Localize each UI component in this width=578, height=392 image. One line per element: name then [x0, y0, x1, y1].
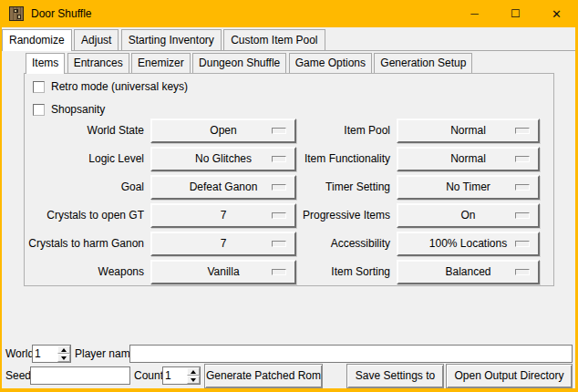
tab-randomize[interactable]: Randomize: [2, 29, 72, 51]
window-border-bottom: [0, 388, 578, 392]
spinner-up-button[interactable]: [57, 346, 70, 354]
accessibility-value: 100% Locations: [429, 233, 507, 254]
goal-label: Goal: [9, 175, 144, 200]
item-pool-value: Normal: [450, 120, 486, 141]
window-title: Door Shuffle: [31, 0, 92, 27]
spinner-down-button[interactable]: [57, 354, 70, 362]
save-settings-button[interactable]: Save Settings to File: [346, 364, 444, 388]
sub-tab-enemizer[interactable]: Enemizer: [131, 53, 191, 73]
item-sorting-label: Item Sorting: [255, 260, 390, 284]
title-bar[interactable]: Door Shuffle ─ ☐ ✕: [0, 0, 578, 27]
world-state-value: Open: [210, 120, 236, 141]
timer-setting-value: No Timer: [446, 177, 490, 198]
dropdown-indicator-icon: [515, 128, 530, 134]
checkbox-box-icon[interactable]: [33, 81, 45, 93]
logic-level-label: Logic Level: [9, 147, 144, 171]
arrow-up-icon: [191, 370, 196, 374]
weapons-label: Weapons: [9, 260, 144, 284]
sub-tab-game-options[interactable]: Game Options: [289, 53, 372, 73]
sub-tab-generation-setup[interactable]: Generation Setup: [374, 53, 472, 73]
item-pool-dropdown[interactable]: Normal: [397, 119, 540, 143]
dropdown-indicator-icon: [515, 269, 530, 275]
item-functionality-dropdown[interactable]: Normal: [397, 147, 540, 171]
close-icon: ✕: [552, 7, 562, 21]
player-names-input[interactable]: [129, 345, 573, 363]
item-functionality-value: Normal: [450, 149, 486, 170]
door-shuffle-window: Door Shuffle ─ ☐ ✕ Randomize Adjust Star…: [0, 0, 578, 392]
close-button[interactable]: ✕: [536, 0, 577, 27]
crystals-ganon-label: Crystals to harm Ganon: [9, 232, 144, 256]
progressive-items-value: On: [460, 205, 475, 226]
world-state-label: World State: [9, 119, 144, 143]
window-border-left: [0, 0, 2, 392]
dropdown-indicator-icon: [515, 156, 530, 162]
progressive-items-dropdown[interactable]: On: [397, 203, 540, 228]
count-spinner[interactable]: [162, 366, 201, 385]
crystals-ganon-value: 7: [221, 233, 227, 254]
arrow-down-icon: [61, 356, 67, 360]
tab-custom-item-pool[interactable]: Custom Item Pool: [223, 29, 325, 50]
spinner-up-button[interactable]: [187, 367, 200, 376]
item-pool-label: Item Pool: [255, 119, 390, 143]
shopsanity-checkbox[interactable]: Shopsanity: [33, 103, 105, 116]
minimize-icon: ─: [470, 7, 479, 20]
sub-tab-bar: Items Entrances Enemizer Dungeon Shuffle…: [26, 53, 471, 74]
goal-value: Defeat Ganon: [190, 177, 258, 198]
tab-starting-inventory[interactable]: Starting Inventory: [121, 29, 222, 50]
crystals-gt-label: Crystals to open GT: [9, 203, 144, 228]
worlds-spinner[interactable]: [32, 345, 71, 363]
retro-mode-label: Retro mode (universal keys): [51, 80, 188, 93]
open-output-directory-button[interactable]: Open Output Directory: [446, 364, 573, 388]
sub-tab-entrances[interactable]: Entrances: [67, 53, 129, 73]
weapons-value: Vanilla: [207, 262, 239, 283]
count-spin-buttons: [187, 367, 200, 384]
worlds-spin-buttons: [57, 346, 70, 362]
app-icon: [9, 6, 24, 21]
crystals-gt-value: 7: [221, 205, 227, 226]
timer-setting-dropdown[interactable]: No Timer: [397, 175, 540, 200]
maximize-icon: ☐: [511, 7, 521, 20]
item-functionality-label: Item Functionality: [255, 147, 390, 171]
shopsanity-label: Shopsanity: [51, 103, 105, 116]
generate-patched-rom-button[interactable]: Generate Patched Rom: [204, 364, 323, 388]
accessibility-dropdown[interactable]: 100% Locations: [397, 232, 540, 256]
dropdown-indicator-icon: [515, 241, 530, 247]
seed-input[interactable]: [30, 366, 130, 385]
spinner-down-button[interactable]: [187, 376, 200, 384]
count-input[interactable]: [163, 367, 187, 384]
dropdown-indicator-icon: [515, 212, 530, 219]
tab-adjust[interactable]: Adjust: [74, 29, 119, 50]
worlds-input[interactable]: [33, 346, 57, 362]
minimize-button[interactable]: ─: [454, 0, 495, 27]
timer-setting-label: Timer Setting: [255, 175, 390, 200]
dropdown-indicator-icon: [515, 184, 530, 191]
sub-tab-dungeon-shuffle[interactable]: Dungeon Shuffle: [192, 53, 286, 73]
item-sorting-dropdown[interactable]: Balanced: [397, 260, 540, 284]
retro-mode-checkbox[interactable]: Retro mode (universal keys): [33, 80, 188, 93]
arrow-up-icon: [61, 348, 67, 352]
accessibility-label: Accessibility: [255, 232, 390, 256]
checkbox-box-icon[interactable]: [33, 104, 45, 116]
item-sorting-value: Balanced: [445, 262, 490, 283]
arrow-down-icon: [191, 378, 196, 382]
maximize-button[interactable]: ☐: [495, 0, 536, 27]
logic-level-value: No Glitches: [195, 149, 252, 170]
progressive-items-label: Progressive Items: [255, 203, 390, 228]
main-tab-bar: Randomize Adjust Starting Inventory Cust…: [2, 29, 325, 51]
count-label: Count: [134, 366, 163, 385]
sub-tab-items[interactable]: Items: [26, 53, 65, 74]
